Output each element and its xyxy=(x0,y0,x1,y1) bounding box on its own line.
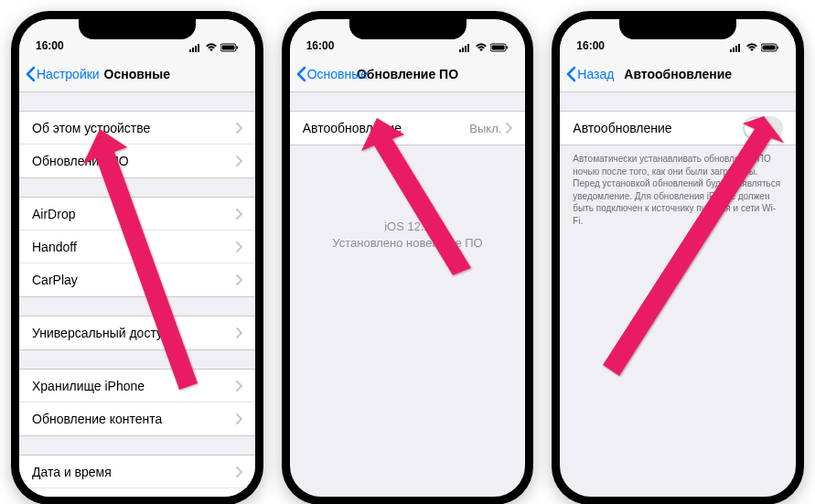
row-software-update[interactable]: Обновление ПО xyxy=(19,145,255,177)
back-button[interactable]: Настройки xyxy=(25,66,100,82)
row-label: Handoff xyxy=(32,240,235,254)
row-carplay[interactable]: CarPlay xyxy=(19,263,255,296)
group-autoupdate: Автообновление Выкл. xyxy=(290,111,526,145)
phone-update: 16:00 Основные Обновление ПО Автообновле… xyxy=(282,11,534,504)
row-airdrop[interactable]: AirDrop xyxy=(19,198,255,231)
update-message: Установлено новейшее ПО xyxy=(308,235,508,252)
svg-rect-17 xyxy=(738,44,740,52)
back-label: Назад xyxy=(577,67,614,81)
group-autoupdate-toggle: Автообновление xyxy=(560,111,796,145)
chevron-left-icon xyxy=(295,66,306,82)
svg-rect-20 xyxy=(777,47,779,49)
back-button[interactable]: Основные xyxy=(295,66,368,82)
status-time: 16:00 xyxy=(306,39,335,52)
row-label: Обновление контента xyxy=(32,412,235,426)
row-label: Автообновление xyxy=(573,121,743,135)
signal-icon xyxy=(730,43,743,52)
row-label: Автообновление xyxy=(303,121,470,135)
signal-icon xyxy=(189,43,202,52)
row-label: CarPlay xyxy=(32,273,235,287)
chevron-right-icon xyxy=(235,123,242,134)
chevron-right-icon xyxy=(235,241,242,252)
wifi-icon xyxy=(745,43,758,52)
row-label: Универсальный доступ xyxy=(32,326,235,340)
autoupdate-footer: Автоматически устанавливать обновления П… xyxy=(560,145,796,227)
back-label: Настройки xyxy=(37,67,100,81)
chevron-right-icon xyxy=(235,327,242,338)
status-time: 16:00 xyxy=(36,39,64,52)
chevron-left-icon xyxy=(25,66,36,82)
content[interactable]: Автообновление Выкл. iOS 12.1 Установлен… xyxy=(290,92,526,497)
group-accessibility: Универсальный доступ xyxy=(19,316,255,350)
row-accessibility[interactable]: Универсальный доступ xyxy=(19,316,255,349)
phone-autoupdate-screen: 16:00 Назад Автообновление Автообновлени… xyxy=(560,19,796,497)
group-connectivity: AirDrop Handoff CarPlay xyxy=(19,197,255,297)
signal-icon xyxy=(459,43,472,52)
navbar: Основные Обновление ПО xyxy=(290,56,526,92)
row-autoupdate[interactable]: Автообновление Выкл. xyxy=(290,112,526,145)
battery-icon xyxy=(761,43,779,52)
row-about-device[interactable]: Об этом устройстве xyxy=(19,112,255,145)
group-datetime: Дата и время Клавиатура Язык и регион Сл… xyxy=(19,455,255,497)
wifi-icon xyxy=(205,43,218,52)
svg-rect-7 xyxy=(459,49,461,52)
page-title: Обновление ПО xyxy=(357,67,458,81)
navbar: Настройки Основные xyxy=(19,56,255,92)
status-indicators xyxy=(189,43,239,52)
row-storage[interactable]: Хранилище iPhone xyxy=(19,370,255,402)
row-handoff[interactable]: Handoff xyxy=(19,231,255,263)
notch xyxy=(349,19,466,39)
row-autoupdate-toggle[interactable]: Автообновление xyxy=(560,112,796,145)
row-label: Обновление ПО xyxy=(32,154,235,168)
autoupdate-toggle[interactable] xyxy=(743,116,783,140)
battery-icon xyxy=(220,43,239,52)
svg-rect-13 xyxy=(507,47,509,49)
row-date-time[interactable]: Дата и время xyxy=(19,456,255,488)
chevron-right-icon xyxy=(505,123,512,134)
navbar: Назад Автообновление xyxy=(560,56,796,92)
row-label: Об этом устройстве xyxy=(32,121,235,135)
chevron-right-icon xyxy=(235,274,242,285)
notch xyxy=(619,19,736,39)
svg-rect-10 xyxy=(467,44,469,52)
svg-rect-0 xyxy=(189,49,191,52)
update-status: iOS 12.1 Установлено новейшее ПО xyxy=(290,145,526,252)
row-background-refresh[interactable]: Обновление контента xyxy=(19,402,255,435)
svg-rect-2 xyxy=(195,46,197,52)
phone-autoupdate: 16:00 Назад Автообновление Автообновлени… xyxy=(552,11,804,504)
page-title: Автообновление xyxy=(624,67,732,81)
chevron-right-icon xyxy=(235,155,242,166)
svg-rect-9 xyxy=(465,46,466,52)
group-about: Об этом устройстве Обновление ПО xyxy=(19,111,255,178)
svg-rect-15 xyxy=(733,48,735,52)
status-indicators xyxy=(730,43,779,52)
content[interactable]: Об этом устройстве Обновление ПО AirDrop… xyxy=(19,92,255,497)
group-storage: Хранилище iPhone Обновление контента xyxy=(19,369,255,436)
svg-rect-6 xyxy=(236,47,238,49)
svg-rect-16 xyxy=(735,46,737,52)
content[interactable]: Автообновление Автоматически устанавлива… xyxy=(560,92,796,497)
chevron-right-icon xyxy=(235,413,242,424)
page-title: Основные xyxy=(104,67,171,81)
svg-rect-5 xyxy=(221,46,234,50)
row-value: Выкл. xyxy=(469,122,501,135)
phone-general: 16:00 Настройки Основные Об этом устройс… xyxy=(11,11,263,504)
status-indicators xyxy=(459,43,509,52)
chevron-left-icon xyxy=(565,66,576,82)
row-label: AirDrop xyxy=(32,207,235,221)
svg-rect-12 xyxy=(492,46,505,50)
svg-rect-1 xyxy=(192,48,194,52)
row-keyboard[interactable]: Клавиатура xyxy=(19,488,255,497)
battery-icon xyxy=(490,43,509,52)
back-label: Основные xyxy=(307,67,368,81)
back-button[interactable]: Назад xyxy=(565,66,614,82)
chevron-right-icon xyxy=(235,381,242,391)
svg-rect-8 xyxy=(462,48,464,52)
chevron-right-icon xyxy=(235,209,242,220)
row-label: Хранилище iPhone xyxy=(32,379,235,393)
svg-rect-14 xyxy=(730,49,732,52)
svg-rect-3 xyxy=(198,44,199,52)
chevron-right-icon xyxy=(235,466,242,477)
wifi-icon xyxy=(475,43,488,52)
row-label: Дата и время xyxy=(32,465,235,479)
